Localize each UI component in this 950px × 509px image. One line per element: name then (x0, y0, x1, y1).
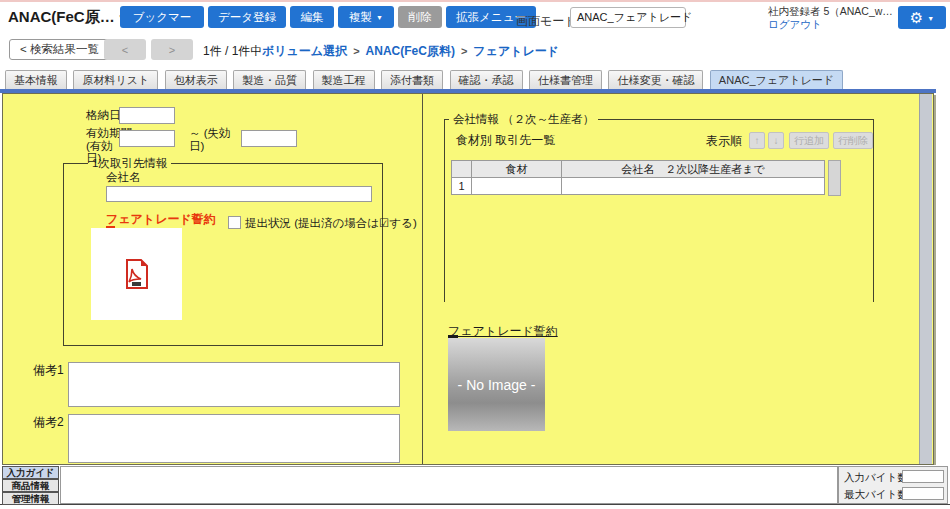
tab-packaging[interactable]: 包材表示 (165, 70, 227, 89)
delete-button[interactable]: 削除 (398, 6, 442, 28)
record-title: ANAC(FeC原… (8, 8, 115, 25)
max-bytes-label: 最大バイト数 (844, 488, 908, 502)
caret-down-icon: ▼ (927, 15, 934, 22)
bookmark-button[interactable]: ブックマーク▼ (120, 6, 204, 28)
row-down-button[interactable]: ↓ (768, 132, 784, 149)
screen-mode-label: 画面モード (516, 13, 577, 30)
remarks2-label: 備考2 (33, 416, 64, 429)
input-bytes-field[interactable] (902, 470, 944, 483)
input-guide-button[interactable]: 入力ガイド (2, 466, 59, 479)
remarks1-label: 備考1 (33, 364, 64, 377)
input-bytes-label: 入力バイト数 (844, 471, 908, 485)
supplier-table-header-row: 食材 会社名 ２次以降生産者まで (452, 161, 825, 178)
tab-attachments[interactable]: 添付書類 (381, 70, 443, 89)
company-cell[interactable] (562, 178, 825, 195)
supplier-list-label: 食材別 取引先一覧 (456, 134, 555, 147)
caret-down-icon: ▼ (376, 14, 383, 21)
food-cell[interactable] (472, 178, 562, 195)
row-add-button[interactable]: 行追加 (789, 132, 829, 149)
product-info-button[interactable]: 商品情報 (2, 479, 59, 492)
navigation-bar: < 検索結果一覧 < > 1件 / 1件中 ボリューム選択>ANAC(FeC原料… (0, 33, 950, 66)
breadcrumb-fairtrade[interactable]: フェアトレード (473, 44, 559, 58)
user-info: 社内登録者 5（ANAC_w… ログアウト (768, 5, 898, 31)
column-divider (422, 94, 423, 464)
gear-icon: ⚙ (910, 9, 923, 26)
breadcrumb-separator: > (455, 45, 473, 57)
user-name: 社内登録者 5（ANAC_w… (768, 5, 898, 18)
col-company-header: 会社名 ２次以降生産者まで (562, 161, 825, 178)
prev-record-button[interactable]: < (104, 39, 146, 60)
company-name-input[interactable] (106, 186, 372, 202)
remarks1-textarea[interactable] (68, 362, 400, 407)
expire-date-input[interactable] (241, 130, 297, 147)
primary-supplier-legend: 1次取引先情報 (88, 156, 171, 171)
back-to-results-button[interactable]: < 検索結果一覧 (9, 39, 110, 60)
input-guide-panel (60, 466, 838, 504)
tab-manufacture-quality[interactable]: 製造・品質 (233, 70, 306, 89)
application-window: ANAC(FeC原…▼ ブックマーク▼ データ登録▼ 編集 複製▼ 削除 拡張メ… (0, 0, 950, 509)
tab-basic-info[interactable]: 基本情報 (5, 70, 67, 89)
company-info-legend: 会社情報 （２次～生産者） (449, 112, 598, 127)
table-row[interactable]: 1 (452, 178, 825, 195)
no-image-text: - No Image - (458, 377, 536, 393)
remarks2-textarea[interactable] (68, 414, 400, 463)
screen-mode-select[interactable]: ANAC_フェアトレード▼ (570, 7, 686, 28)
byte-count-panel: 入力バイト数 最大バイト数 (838, 466, 948, 504)
data-register-button[interactable]: データ登録▼ (208, 6, 286, 28)
max-bytes-field[interactable] (902, 487, 944, 500)
submit-status-checkbox[interactable] (228, 216, 241, 229)
duplicate-button[interactable]: 複製▼ (338, 6, 394, 28)
breadcrumb-anac-fec[interactable]: ANAC(FeC原料) (366, 44, 455, 58)
form-work-area: 格納日 有効期間 (有効日) ～ (失効日) 1次取引先情報 会社名 フェアトレ… (2, 93, 934, 465)
company-name-label: 会社名 (106, 171, 141, 184)
record-title-dropdown[interactable]: ANAC(FeC原…▼ (8, 8, 126, 27)
breadcrumb: ボリューム選択>ANAC(FeC原料)>フェアトレード (262, 43, 559, 60)
breadcrumb-separator: > (347, 45, 365, 57)
manage-info-button[interactable]: 管理情報 (2, 492, 59, 505)
row-up-button[interactable]: ↑ (749, 132, 765, 149)
footer-bar: 入力ガイド 商品情報 管理情報 入力バイト数 最大バイト数 (0, 465, 950, 505)
valid-date-input[interactable] (119, 130, 175, 147)
tab-anac-fairtrade[interactable]: ANAC_フェアトレード (710, 70, 843, 89)
tab-spec-management[interactable]: 仕様書管理 (529, 70, 602, 89)
edit-button[interactable]: 編集 (290, 6, 334, 28)
vertical-scrollbar[interactable] (919, 94, 932, 464)
col-rownum-header (452, 161, 472, 178)
expire-date-label: ～ (失効日) (189, 127, 245, 152)
pledge-file-thumbnail[interactable] (91, 228, 182, 320)
display-order-label: 表示順 (706, 135, 742, 148)
settings-button[interactable]: ⚙▼ (898, 6, 946, 29)
storage-date-label: 格納日 (86, 109, 121, 122)
row-delete-button[interactable]: 行削除 (833, 132, 873, 149)
fairtrade-pledge-label-left: フェアトレード誓約 (106, 213, 216, 226)
record-count: 1件 / 1件中 (203, 43, 262, 60)
storage-date-input[interactable] (119, 107, 175, 124)
submit-status-label: 提出状況 (提出済の場合は☑する) (245, 217, 417, 230)
next-record-button[interactable]: > (151, 39, 193, 60)
tab-confirm-approve[interactable]: 確認・承認 (450, 70, 523, 89)
tab-strip: 基本情報 原材料リスト 包材表示 製造・品質 製造工程 添付書類 確認・承認 仕… (5, 70, 845, 89)
header-bar: ANAC(FeC原…▼ ブックマーク▼ データ登録▼ 編集 複製▼ 削除 拡張メ… (0, 2, 950, 33)
row-number-cell: 1 (452, 178, 472, 195)
col-food-header: 食材 (472, 161, 562, 178)
breadcrumb-volume-select[interactable]: ボリューム選択 (262, 44, 347, 58)
tab-manufacture-process[interactable]: 製造工程 (313, 70, 375, 89)
tab-raw-materials[interactable]: 原材料リスト (73, 70, 158, 89)
pdf-file-icon (124, 259, 150, 289)
no-image-placeholder: - No Image - (448, 338, 545, 431)
tab-spec-change[interactable]: 仕様変更・確認 (608, 70, 703, 89)
logout-link[interactable]: ログアウト (768, 18, 898, 31)
table-scrollbar[interactable] (828, 160, 841, 196)
supplier-table: 食材 会社名 ２次以降生産者まで 1 (451, 160, 825, 195)
